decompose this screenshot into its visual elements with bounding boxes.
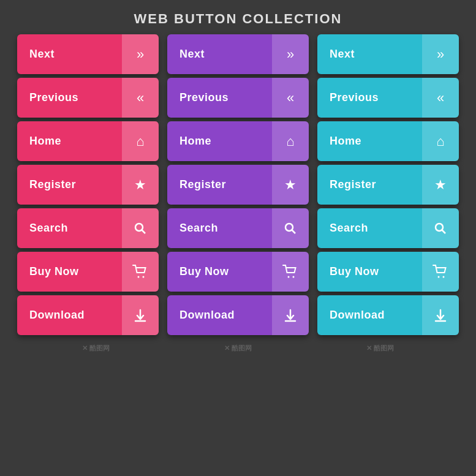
svg-point-6	[138, 276, 140, 278]
register-icon: ★	[122, 165, 159, 205]
btn-label: Search	[167, 208, 272, 248]
btn-buy-now-pink[interactable]: Buy Now	[17, 252, 159, 292]
register-icon-symbol: ★	[434, 177, 447, 193]
btn-label: Register	[167, 165, 272, 205]
search-icon	[122, 208, 159, 248]
register-icon-symbol: ★	[134, 177, 146, 193]
next-icon-symbol: »	[137, 47, 144, 62]
btn-download-teal[interactable]: Download	[317, 295, 459, 335]
btn-home-purple[interactable]: Home⌂	[167, 121, 309, 161]
home-icon: ⌂	[422, 121, 459, 161]
svg-line-3	[292, 230, 296, 233]
btn-label: Download	[317, 295, 422, 335]
btn-download-pink[interactable]: Download	[17, 295, 159, 335]
prev-icon: «	[422, 78, 459, 118]
bottom-wm-3: ✕ 酷图网	[366, 344, 394, 353]
svg-point-9	[293, 276, 295, 278]
btn-home-pink[interactable]: Home⌂	[17, 121, 159, 161]
btn-label: Search	[17, 208, 122, 248]
next-icon-symbol: »	[437, 47, 444, 62]
page-title: WEB BUTTON COLLECTION	[0, 0, 476, 34]
cart-icon	[422, 252, 459, 292]
svg-point-8	[288, 276, 290, 278]
btn-label: Home	[317, 121, 422, 161]
btn-register-teal[interactable]: Register★	[317, 165, 459, 205]
home-icon: ⌂	[122, 121, 159, 161]
btn-label: Buy Now	[167, 252, 272, 292]
btn-label: Download	[17, 295, 122, 335]
button-row-1: Previous«Previous«Previous«	[0, 78, 476, 118]
btn-label: Next	[317, 34, 422, 74]
button-container: Next»Next»Next»Previous«Previous«Previou…	[0, 34, 476, 335]
button-row-6: DownloadDownloadDownload	[0, 295, 476, 335]
home-icon-symbol: ⌂	[436, 134, 444, 149]
svg-point-7	[143, 276, 145, 278]
cart-icon	[122, 252, 159, 292]
btn-buy-now-teal[interactable]: Buy Now	[317, 252, 459, 292]
home-icon-symbol: ⌂	[286, 134, 294, 149]
download-icon	[272, 295, 309, 335]
bottom-wm-2: ✕ 酷图网	[224, 344, 252, 353]
search-icon	[422, 208, 459, 248]
svg-line-5	[442, 230, 446, 233]
next-icon: »	[122, 34, 159, 74]
btn-label: Next	[167, 34, 272, 74]
register-icon-symbol: ★	[284, 177, 297, 193]
btn-label: Register	[17, 165, 122, 205]
bottom-wm-1: ✕ 酷图网	[82, 344, 110, 353]
download-icon	[122, 295, 159, 335]
btn-next-pink[interactable]: Next»	[17, 34, 159, 74]
svg-point-2	[285, 224, 293, 231]
btn-label: Next	[17, 34, 122, 74]
svg-line-1	[142, 230, 146, 233]
download-icon	[422, 295, 459, 335]
svg-point-0	[135, 224, 143, 231]
btn-label: Download	[167, 295, 272, 335]
prev-icon-symbol: «	[287, 90, 294, 106]
svg-point-4	[436, 224, 443, 231]
btn-next-purple[interactable]: Next»	[167, 34, 309, 74]
btn-label: Previous	[167, 78, 272, 118]
btn-label: Buy Now	[317, 252, 422, 292]
svg-point-11	[443, 276, 445, 278]
btn-label: Home	[17, 121, 122, 161]
button-row-0: Next»Next»Next»	[0, 34, 476, 74]
register-icon: ★	[422, 165, 459, 205]
prev-icon: «	[272, 78, 309, 118]
btn-label: Buy Now	[17, 252, 122, 292]
btn-previous-purple[interactable]: Previous«	[167, 78, 309, 118]
button-row-3: Register★Register★Register★	[0, 165, 476, 205]
btn-register-purple[interactable]: Register★	[167, 165, 309, 205]
btn-home-teal[interactable]: Home⌂	[317, 121, 459, 161]
prev-icon-symbol: «	[437, 90, 444, 106]
btn-previous-teal[interactable]: Previous«	[317, 78, 459, 118]
btn-label: Home	[167, 121, 272, 161]
search-icon	[272, 208, 309, 248]
bottom-watermark-bar: ✕ 酷图网 ✕ 酷图网 ✕ 酷图网	[0, 339, 476, 353]
next-icon-symbol: »	[287, 47, 294, 62]
home-icon: ⌂	[272, 121, 309, 161]
btn-search-purple[interactable]: Search	[167, 208, 309, 248]
prev-icon: «	[122, 78, 159, 118]
btn-label: Register	[317, 165, 422, 205]
next-icon: »	[272, 34, 309, 74]
btn-download-purple[interactable]: Download	[167, 295, 309, 335]
btn-label: Search	[317, 208, 422, 248]
cart-icon	[272, 252, 309, 292]
home-icon-symbol: ⌂	[136, 134, 144, 149]
btn-search-teal[interactable]: Search	[317, 208, 459, 248]
btn-search-pink[interactable]: Search	[17, 208, 159, 248]
button-row-5: Buy NowBuy NowBuy Now	[0, 252, 476, 292]
btn-label: Previous	[317, 78, 422, 118]
next-icon: »	[422, 34, 459, 74]
btn-next-teal[interactable]: Next»	[317, 34, 459, 74]
btn-register-pink[interactable]: Register★	[17, 165, 159, 205]
btn-label: Previous	[17, 78, 122, 118]
prev-icon-symbol: «	[137, 90, 144, 106]
button-row-4: SearchSearchSearch	[0, 208, 476, 248]
btn-buy-now-purple[interactable]: Buy Now	[167, 252, 309, 292]
svg-point-10	[438, 276, 440, 278]
register-icon: ★	[272, 165, 309, 205]
button-row-2: Home⌂Home⌂Home⌂	[0, 121, 476, 161]
btn-previous-pink[interactable]: Previous«	[17, 78, 159, 118]
